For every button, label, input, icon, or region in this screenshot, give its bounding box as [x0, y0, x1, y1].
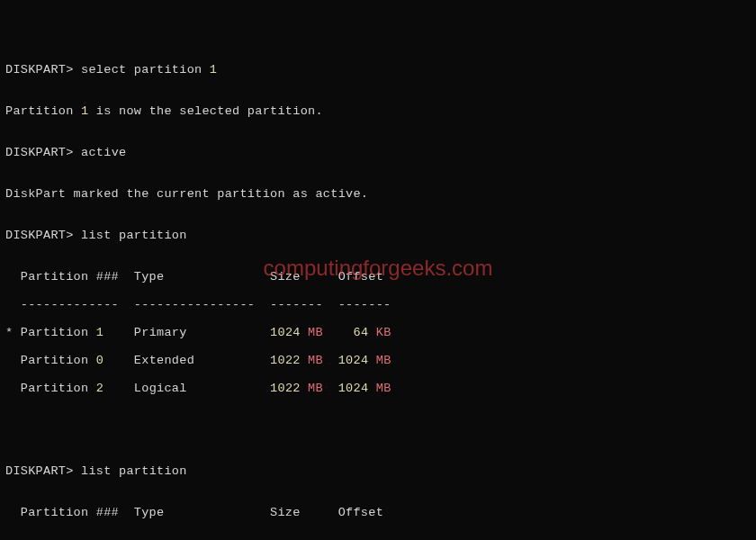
table-row: * Partition 1 Primary 1024 MB 64 KB	[5, 326, 751, 340]
prompt: DISKPART>	[5, 63, 74, 76]
command-text: select partition	[74, 63, 210, 76]
table-row: Partition 2 Logical 1022 MB 1024 MB	[5, 382, 751, 396]
response-active: DiskPart marked the current partition as…	[5, 187, 751, 202]
table-dashes: ------------- ---------------- ------- -…	[5, 534, 751, 540]
prompt: DISKPART>	[5, 146, 74, 159]
command-text: active	[74, 146, 127, 159]
response-selected: Partition 1 is now the selected partitio…	[5, 104, 751, 119]
cmd-line-select-partition: DISKPART> select partition 1	[5, 63, 751, 77]
cmd-line-list-partition: DISKPART> list partition	[5, 464, 751, 479]
cmd-line-active: DISKPART> active	[5, 146, 751, 160]
table-header: Partition ### Type Size Offset	[5, 270, 751, 284]
table-dashes: ------------- ---------------- ------- -…	[5, 298, 751, 312]
table-header: Partition ### Type Size Offset	[5, 506, 751, 520]
prompt: DISKPART>	[5, 229, 74, 242]
command-text: list partition	[74, 229, 187, 242]
partition-number: 1	[210, 63, 217, 76]
command-text: list partition	[74, 464, 187, 478]
table-row: Partition 0 Extended 1022 MB 1024 MB	[5, 354, 751, 368]
cmd-line-list-partition: DISKPART> list partition	[5, 229, 751, 243]
prompt: DISKPART>	[5, 464, 74, 478]
